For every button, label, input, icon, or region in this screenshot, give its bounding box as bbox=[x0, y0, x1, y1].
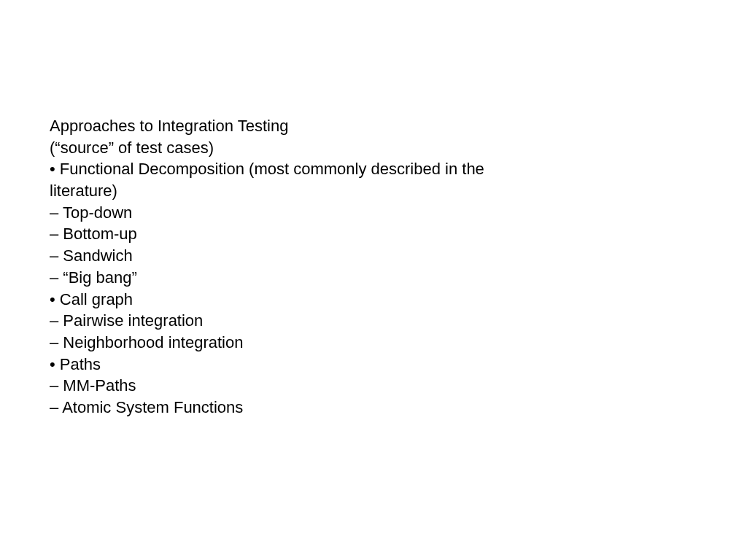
subitem-atomic-system-functions: – Atomic System Functions bbox=[50, 397, 516, 419]
slide-content: Approaches to Integration Testing (“sour… bbox=[50, 115, 516, 419]
bullet-call-graph: • Call graph bbox=[50, 289, 516, 311]
subitem-sandwich: – Sandwich bbox=[50, 245, 516, 267]
bullet-paths: • Paths bbox=[50, 354, 516, 376]
subitem-big-bang: – “Big bang” bbox=[50, 267, 516, 289]
slide-title-line-1: Approaches to Integration Testing bbox=[50, 115, 516, 137]
subitem-top-down: – Top-down bbox=[50, 202, 516, 224]
slide-title-line-2: (“source” of test cases) bbox=[50, 137, 516, 159]
subitem-neighborhood-integration: – Neighborhood integration bbox=[50, 332, 516, 354]
subitem-bottom-up: – Bottom-up bbox=[50, 223, 516, 245]
subitem-pairwise-integration: – Pairwise integration bbox=[50, 310, 516, 332]
bullet-functional-decomposition: • Functional Decomposition (most commonl… bbox=[50, 158, 516, 201]
subitem-mm-paths: – MM-Paths bbox=[50, 375, 516, 397]
